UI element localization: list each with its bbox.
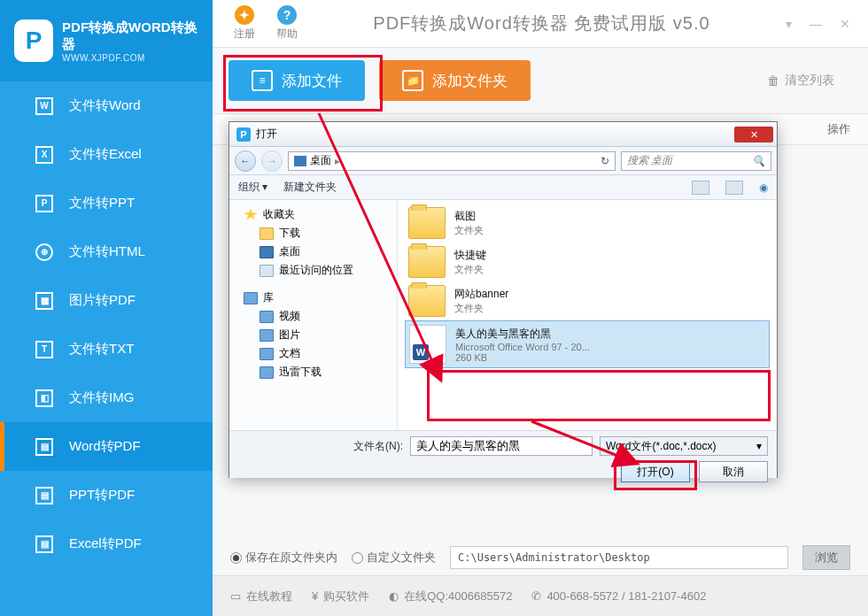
tree-downloads[interactable]: 下载 — [236, 224, 390, 243]
file-item[interactable]: 网站banner文件夹 — [405, 281, 770, 320]
save-options: 保存在原文件夹内 自定义文件夹 C:\Users\Administrator\D… — [213, 540, 868, 575]
dialog-title: 打开 — [256, 127, 277, 142]
tree-documents[interactable]: 文档 — [236, 344, 390, 363]
sidebar-item-file-to-word[interactable]: W文件转Word — [0, 81, 213, 130]
radio-save-same-folder[interactable]: 保存在原文件夹内 — [230, 550, 337, 566]
sidebar-item-file-to-html[interactable]: ⊕文件转HTML — [0, 227, 213, 276]
filetype-dropdown[interactable]: Word文件(*.doc,*.docx)▾ — [600, 436, 768, 456]
sidebar-item-file-to-txt[interactable]: T文件转TXT — [0, 325, 213, 373]
add-file-button[interactable]: ≡ 添加文件 — [229, 60, 365, 101]
browse-button[interactable]: 浏览 — [802, 545, 850, 570]
phone-icon: ✆ — [531, 589, 541, 603]
desktop-icon — [260, 246, 274, 258]
tree-desktop[interactable]: 桌面 — [236, 243, 390, 261]
sidebar-item-label: 文件转IMG — [69, 389, 134, 406]
output-path-field[interactable]: C:\Users\Administrator\Desktop — [450, 546, 788, 569]
nav-forward-button[interactable]: → — [261, 150, 283, 172]
tree-libraries[interactable]: 库 — [236, 289, 390, 307]
txt-icon: T — [35, 341, 53, 358]
radio-save-custom-folder[interactable]: 自定义文件夹 — [352, 550, 436, 566]
dialog-toolbar: 组织 ▾ 新建文件夹 ◉ — [229, 175, 777, 200]
picture-icon — [260, 329, 274, 342]
file-item[interactable]: 快捷键文件夹 — [405, 243, 770, 281]
book-icon: ▭ — [230, 589, 241, 603]
sidebar: P PDF转换成WORD转换器 WWW.XJPDF.COM W文件转Word X… — [0, 0, 213, 616]
organize-menu[interactable]: 组织 ▾ — [238, 180, 267, 195]
close-icon[interactable]: ✕ — [840, 17, 850, 31]
help-icon[interactable]: ◉ — [759, 181, 768, 194]
brand-area: P PDF转换成WORD转换器 WWW.XJPDF.COM — [0, 0, 213, 81]
nav-back-button[interactable]: ← — [235, 150, 256, 172]
sidebar-item-label: 文件转Word — [69, 97, 141, 114]
open-file-dialog: P 打开 ✕ ← → 桌面 ▸ ↻ 搜索 桌面 🔍 组织 ▾ 新建文件夹 ◉ 收… — [229, 121, 778, 478]
filename-label: 文件名(N): — [353, 439, 403, 454]
folder-icon: 📁 — [402, 70, 423, 91]
view-icon[interactable] — [692, 181, 709, 195]
sidebar-item-img-to-pdf[interactable]: ▦图片转PDF — [0, 276, 213, 325]
file-item-selected[interactable]: 美人的美与黑客的黑Microsoft Office Word 97 - 20..… — [405, 320, 770, 368]
tree-xunlei[interactable]: 迅雷下载 — [236, 363, 390, 381]
library-icon — [244, 292, 258, 304]
add-folder-button[interactable]: 📁 添加文件夹 — [379, 60, 531, 101]
qq-icon: ◐ — [389, 589, 399, 603]
sidebar-item-file-to-img[interactable]: ◧文件转IMG — [0, 373, 213, 422]
tree-video[interactable]: 视频 — [236, 307, 390, 326]
sidebar-item-word-to-pdf[interactable]: ▤Word转PDF — [0, 422, 213, 471]
folder-icon — [408, 246, 446, 278]
radio-dot-icon — [352, 552, 363, 564]
buy-link[interactable]: ¥购买软件 — [312, 589, 369, 604]
folder-icon — [260, 366, 274, 379]
tree-recent[interactable]: 最近访问的位置 — [236, 261, 390, 280]
help-button[interactable]: ?帮助 — [276, 5, 298, 42]
pdf-icon: ▤ — [35, 438, 53, 456]
new-folder-button[interactable]: 新建文件夹 — [283, 180, 337, 195]
sidebar-item-excel-to-pdf[interactable]: ▤Excel转PDF — [0, 520, 213, 568]
word-icon: W — [35, 97, 53, 115]
dialog-titlebar[interactable]: P 打开 ✕ — [229, 122, 777, 147]
sidebar-item-label: Excel转PDF — [69, 535, 142, 552]
dialog-close-button[interactable]: ✕ — [734, 127, 773, 142]
minimize-icon[interactable]: — — [810, 17, 822, 31]
brand-url: WWW.XJPDF.COM — [62, 53, 198, 63]
pdf-icon: ▤ — [35, 535, 53, 553]
sidebar-item-file-to-excel[interactable]: X文件转Excel — [0, 130, 213, 179]
tree-pictures[interactable]: 图片 — [236, 326, 390, 344]
html-icon: ⊕ — [35, 243, 53, 261]
open-button[interactable]: 打开(O) — [621, 461, 690, 482]
sidebar-item-ppt-to-pdf[interactable]: ▤PPT转PDF — [0, 471, 213, 520]
radio-dot-icon — [230, 552, 242, 564]
user-icon: ✦ — [235, 5, 254, 25]
help-icon: ? — [277, 5, 297, 25]
search-input[interactable]: 搜索 桌面 🔍 — [621, 151, 771, 171]
footer: ▭在线教程 ¥购买软件 ◐在线QQ:4006685572 ✆400-668-55… — [213, 575, 868, 616]
address-bar[interactable]: 桌面 ▸ ↻ — [288, 151, 616, 171]
register-button[interactable]: ✦注册 — [234, 5, 255, 42]
excel-icon: X — [35, 146, 53, 164]
sidebar-item-label: 文件转HTML — [69, 243, 145, 260]
sidebar-item-label: 图片转PDF — [69, 292, 136, 309]
dialog-nav: ← → 桌面 ▸ ↻ 搜索 桌面 🔍 — [229, 147, 777, 175]
tree-favorites[interactable]: 收藏夹 — [236, 205, 390, 224]
sidebar-item-label: 文件转TXT — [69, 341, 134, 358]
desktop-icon — [294, 156, 306, 166]
sidebar-item-file-to-ppt[interactable]: P文件转PPT — [0, 179, 213, 227]
folder-icon — [260, 227, 274, 240]
filename-input[interactable] — [410, 436, 593, 456]
sidebar-item-label: 文件转Excel — [69, 146, 142, 163]
tutorial-link[interactable]: ▭在线教程 — [230, 589, 292, 604]
image-icon: ▦ — [35, 292, 53, 310]
document-icon — [260, 348, 274, 360]
folder-icon — [408, 207, 446, 239]
clear-list-button[interactable]: 🗑 清空列表 — [767, 73, 834, 89]
file-list[interactable]: 截图文件夹 快捷键文件夹 网站banner文件夹 美人的美与黑客的黑Micros… — [398, 200, 777, 430]
refresh-icon[interactable]: ↻ — [601, 155, 609, 167]
window-menu-icon[interactable]: ▾ — [786, 17, 792, 31]
file-item[interactable]: 截图文件夹 — [405, 204, 770, 243]
qq-contact[interactable]: ◐在线QQ:4006685572 — [389, 589, 512, 604]
view-options-icon[interactable] — [725, 181, 743, 195]
chevron-down-icon: ▾ — [756, 440, 762, 452]
file-icon: ≡ — [252, 70, 273, 91]
cancel-button[interactable]: 取消 — [699, 461, 768, 482]
sidebar-item-label: 文件转PPT — [69, 195, 135, 212]
sidebar-item-label: Word转PDF — [69, 438, 141, 455]
